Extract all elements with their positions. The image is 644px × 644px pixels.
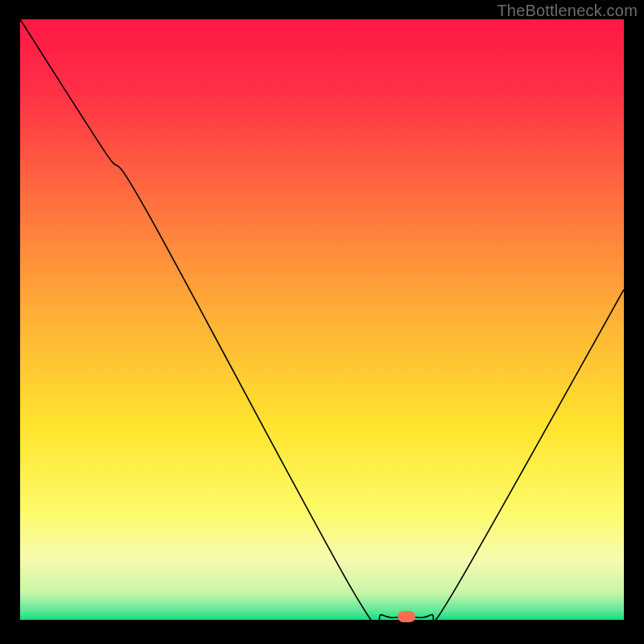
watermark-text: TheBottleneck.com: [497, 2, 638, 20]
bottleneck-curve: [20, 19, 624, 620]
chart-frame: TheBottleneck.com: [0, 0, 644, 644]
curve-path: [20, 19, 624, 620]
sweet-spot-marker: [398, 611, 415, 622]
plot-area: [20, 19, 624, 620]
